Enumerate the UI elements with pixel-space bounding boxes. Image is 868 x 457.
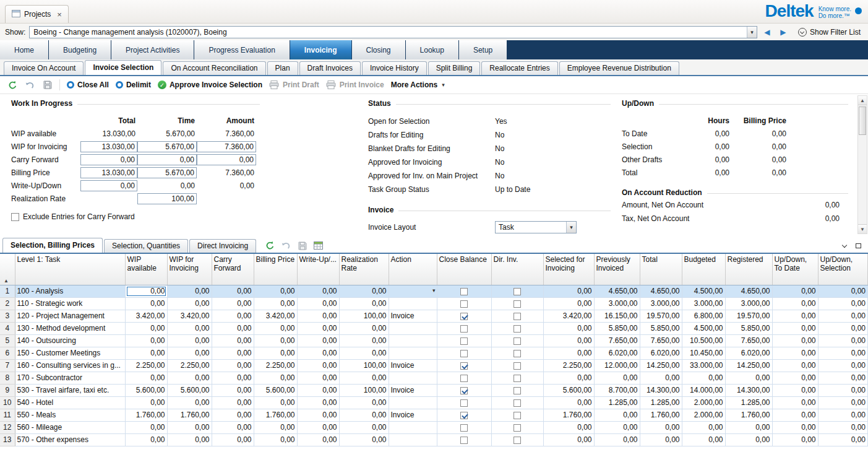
cell-previously-invoiced[interactable]: 4.650,00	[594, 285, 640, 297]
cell-write-up-down[interactable]: 0,00	[297, 297, 339, 310]
cell-task[interactable]: 110 - Strategic work	[15, 297, 125, 310]
cell-previously-invoiced[interactable]: 7.650,00	[594, 334, 640, 347]
undo-icon[interactable]	[281, 240, 291, 251]
cell-total[interactable]: 3.000,00	[640, 297, 682, 310]
cell-budgeted[interactable]: 0,00	[682, 433, 725, 446]
column-header-up-down-selection[interactable]: Up/Down, Selection	[818, 254, 868, 285]
cell-updown-selection[interactable]: 0,00	[818, 322, 868, 334]
cell-action[interactable]	[389, 334, 437, 347]
cell-task[interactable]: 120 - Project Management	[15, 310, 125, 322]
cell-action[interactable]	[389, 421, 437, 433]
cell-action[interactable]	[389, 347, 437, 359]
cell-realization-rate[interactable]: 0,00	[339, 433, 389, 446]
cell-realization-rate[interactable]: 0,00	[339, 421, 389, 433]
cell-close-balance[interactable]	[437, 396, 491, 409]
cell-billing-price[interactable]: 0,00	[254, 322, 297, 334]
cell-updown-to-date[interactable]: 0,00	[772, 347, 818, 359]
cell-updown-to-date[interactable]: 0,00	[772, 396, 818, 409]
cell-wip-for-invoicing[interactable]: 2.250,00	[167, 359, 212, 372]
show-selector[interactable]: Boeing - Change management analysis (102…	[29, 26, 757, 38]
wip-billing-price-total[interactable]: 13.030,00	[80, 167, 137, 178]
cell-registered[interactable]: 19.570,00	[725, 310, 772, 322]
dir-inv-checkbox[interactable]	[513, 288, 521, 295]
cell-selected-for-invoicing[interactable]: 1.760,00	[543, 409, 594, 421]
cell-realization-rate[interactable]: 0,00	[339, 347, 389, 359]
cell-registered[interactable]: 14.250,00	[725, 359, 772, 372]
cell-registered[interactable]: 14.300,00	[725, 384, 772, 396]
close-balance-checkbox[interactable]	[460, 387, 468, 394]
column-header-up-down-to-date[interactable]: Up/Down, To Date	[772, 254, 818, 285]
cell-realization-rate[interactable]: 0,00	[339, 409, 389, 421]
cell-total[interactable]: 14.300,00	[640, 384, 682, 396]
cell-wip-for-invoicing[interactable]: 0,00	[167, 334, 212, 347]
cell-action[interactable]: Invoice	[389, 310, 437, 322]
row-number[interactable]: 7	[0, 359, 15, 372]
cell-selected-for-invoicing[interactable]: 0,00	[543, 334, 594, 347]
dir-inv-checkbox[interactable]	[513, 399, 521, 407]
cell-write-up-down[interactable]: 0,00	[297, 322, 339, 334]
cell-dir-inv[interactable]	[491, 421, 543, 433]
cell-wip-for-invoicing[interactable]: 0,00	[167, 433, 212, 446]
exclude-carry-forward-checkbox[interactable]: Exclude Entries for Carry Forward	[11, 212, 260, 221]
cell-billing-price[interactable]: 2.250,00	[254, 359, 297, 372]
cell-dir-inv[interactable]	[491, 322, 543, 334]
cell-write-up-down[interactable]: 0,00	[297, 310, 339, 322]
cell-selected-for-invoicing[interactable]: 0,00	[543, 396, 594, 409]
workspace-tab-projects[interactable]: Projects ×	[5, 5, 69, 23]
cell-registered[interactable]: 0,00	[725, 421, 772, 433]
cell-updown-selection[interactable]: 0,00	[818, 384, 868, 396]
cell-dir-inv[interactable]	[491, 347, 543, 359]
cell-carry-forward[interactable]: 0,00	[212, 334, 254, 347]
cell-updown-selection[interactable]: 0,00	[818, 359, 868, 372]
cell-task[interactable]: 550 - Meals	[15, 409, 125, 421]
cell-selected-for-invoicing[interactable]: 0,00	[543, 372, 594, 384]
close-balance-checkbox[interactable]	[460, 437, 468, 444]
cell-billing-price[interactable]: 0,00	[254, 297, 297, 310]
cell-write-up-down[interactable]: 0,00	[297, 409, 339, 421]
cell-wip-available[interactable]: 0,00	[125, 285, 167, 297]
cell-previously-invoiced[interactable]: 8.700,00	[594, 384, 640, 396]
checkbox-icon[interactable]	[11, 213, 19, 221]
cell-updown-to-date[interactable]: 0,00	[772, 433, 818, 446]
cell-carry-forward[interactable]: 0,00	[212, 297, 254, 310]
column-header-budgeted[interactable]: Budgeted	[682, 254, 725, 285]
row-number[interactable]: 1	[0, 285, 15, 297]
cell-dir-inv[interactable]	[491, 310, 543, 322]
cell-updown-to-date[interactable]: 0,00	[772, 310, 818, 322]
main-tab-closing[interactable]: Closing	[352, 40, 406, 59]
main-tab-invoicing[interactable]: Invoicing	[290, 40, 352, 59]
invoice-layout-select[interactable]: Task ▾	[495, 221, 577, 233]
dir-inv-checkbox[interactable]	[513, 375, 521, 382]
cell-total[interactable]: 0,00	[640, 433, 682, 446]
scrollbar-thumb[interactable]	[859, 107, 866, 135]
close-balance-checkbox[interactable]	[460, 375, 468, 382]
cell-registered[interactable]: 4.650,00	[725, 285, 772, 297]
delimit-button[interactable]: Delimit	[116, 81, 151, 89]
sub-tab-plan[interactable]: Plan	[267, 61, 298, 75]
cell-close-balance[interactable]	[437, 372, 491, 384]
cell-updown-to-date[interactable]: 0,00	[772, 297, 818, 310]
cell-wip-for-invoicing[interactable]: 0,00	[167, 421, 212, 433]
forward-button[interactable]: ▶	[777, 26, 789, 38]
cell-total[interactable]: 5.850,00	[640, 322, 682, 334]
dir-inv-checkbox[interactable]	[513, 313, 521, 320]
wip-wip-for-invoicing-amount[interactable]: 7.360,00	[197, 141, 256, 152]
wip-billing-price-time[interactable]: 5.670,00	[137, 167, 197, 178]
close-balance-checkbox[interactable]	[460, 300, 468, 308]
cell-registered[interactable]: 1.285,00	[725, 396, 772, 409]
sub-tab-on-account-reconciliation[interactable]: On Account Reconciliation	[163, 61, 265, 75]
cell-registered[interactable]: 3.000,00	[725, 297, 772, 310]
cell-selected-for-invoicing[interactable]: 0,00	[543, 347, 594, 359]
cell-realization-rate[interactable]: 0,00	[339, 396, 389, 409]
cell-action[interactable]: ▾	[389, 285, 437, 297]
cell-registered[interactable]: 1.760,00	[725, 409, 772, 421]
cell-updown-selection[interactable]: 0,00	[818, 310, 868, 322]
dir-inv-checkbox[interactable]	[513, 350, 521, 357]
cell-task[interactable]: 570 - Other expenses	[15, 433, 125, 446]
cell-updown-selection[interactable]: 0,00	[818, 421, 868, 433]
cell-previously-invoiced[interactable]: 0,00	[594, 409, 640, 421]
cell-selected-for-invoicing[interactable]: 3.420,00	[543, 310, 594, 322]
cell-realization-rate[interactable]: 0,00	[339, 372, 389, 384]
cell-write-up-down[interactable]: 0,00	[297, 285, 339, 297]
cell-billing-price[interactable]: 5.600,00	[254, 384, 297, 396]
